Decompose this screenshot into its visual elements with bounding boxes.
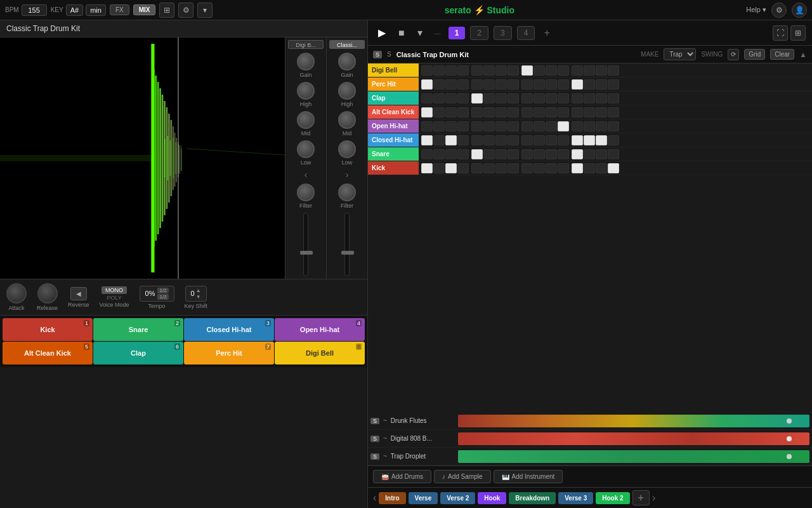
step-13[interactable] xyxy=(584,93,595,104)
step-7[interactable] xyxy=(508,93,519,104)
step-4[interactable] xyxy=(471,135,483,145)
step-3[interactable] xyxy=(457,163,469,173)
step-14[interactable] xyxy=(596,107,607,117)
step-4[interactable] xyxy=(471,65,483,76)
mix-tab-2[interactable]: Classi... xyxy=(329,40,365,49)
bpm-value[interactable]: 155 xyxy=(22,4,47,16)
arr-btn-hook2[interactable]: Hook 2 xyxy=(596,492,629,504)
voice-poly[interactable]: POLY xyxy=(107,295,121,301)
fader-track-1[interactable] xyxy=(303,213,308,276)
page-2-button[interactable]: 2 xyxy=(470,26,488,40)
fx-button[interactable]: FX xyxy=(110,4,129,15)
step-11[interactable] xyxy=(558,107,569,117)
step-3[interactable] xyxy=(457,79,469,90)
add-sample-button[interactable]: ♪ Add Sample xyxy=(434,470,490,483)
step-5[interactable] xyxy=(483,93,495,104)
filter-knob-2[interactable] xyxy=(338,184,356,201)
track-mute-s[interactable]: S xyxy=(370,418,379,424)
step-12[interactable] xyxy=(572,163,583,173)
step-10[interactable] xyxy=(546,163,557,173)
pad-kick[interactable]: Kick1 xyxy=(3,318,93,341)
step-4[interactable] xyxy=(471,107,483,117)
key-note[interactable]: A# xyxy=(66,4,83,16)
step-7[interactable] xyxy=(508,149,519,159)
step-7[interactable] xyxy=(508,135,519,145)
stop-button[interactable]: ■ xyxy=(395,26,409,40)
layout-button[interactable]: ⊞ xyxy=(790,25,806,41)
step-12[interactable] xyxy=(572,121,583,131)
step-5[interactable] xyxy=(483,163,495,173)
step-4[interactable] xyxy=(471,163,483,173)
step-4[interactable] xyxy=(471,121,483,131)
step-11[interactable] xyxy=(558,135,569,145)
step-9[interactable] xyxy=(534,93,545,104)
step-9[interactable] xyxy=(534,121,545,131)
page-1-button[interactable]: 1 xyxy=(449,27,466,39)
step-9[interactable] xyxy=(534,135,545,145)
icon-button-3[interactable]: ▾ xyxy=(197,3,213,18)
high-knob-1[interactable] xyxy=(297,82,315,100)
step-0[interactable] xyxy=(421,149,433,159)
mix-tab-1[interactable]: Digi B... xyxy=(288,40,324,49)
pad-open-hi-hat[interactable]: Open Hi-hat4 xyxy=(275,318,365,341)
genre-select[interactable]: Trap xyxy=(664,48,696,60)
step-7[interactable] xyxy=(508,107,519,117)
step-13[interactable] xyxy=(584,107,595,117)
step-13[interactable] xyxy=(584,121,595,131)
step-1[interactable] xyxy=(433,93,445,104)
more-button[interactable]: ▾ xyxy=(414,25,426,40)
step-12[interactable] xyxy=(572,107,583,117)
fader-thumb-2[interactable] xyxy=(341,251,354,255)
step-11[interactable] xyxy=(558,93,569,104)
step-1[interactable] xyxy=(433,65,445,76)
step-11[interactable] xyxy=(558,121,569,131)
fader-thumb-1[interactable] xyxy=(300,251,313,255)
step-5[interactable] xyxy=(483,149,495,159)
step-2[interactable] xyxy=(445,149,457,159)
icon-button-1[interactable]: ⊞ xyxy=(159,3,174,18)
step-14[interactable] xyxy=(596,65,607,76)
chevron-btn-1[interactable]: ‹ xyxy=(304,170,308,180)
icon-button-2[interactable]: ⚙ xyxy=(178,3,193,18)
arr-nav-right[interactable]: › xyxy=(652,492,655,504)
filter-knob-1[interactable] xyxy=(297,184,315,201)
step-9[interactable] xyxy=(534,79,545,90)
grid-button[interactable]: Grid xyxy=(744,49,765,60)
step-12[interactable] xyxy=(572,79,583,90)
step-9[interactable] xyxy=(534,107,545,117)
tempo-value-display[interactable]: 0% 1/2 1/2 xyxy=(140,286,174,302)
mid-knob-1[interactable] xyxy=(297,111,315,129)
low-knob-2[interactable] xyxy=(338,140,356,158)
help-button[interactable]: Help ▾ xyxy=(746,6,766,14)
step-3[interactable] xyxy=(457,93,469,104)
step-12[interactable] xyxy=(572,65,583,76)
step-2[interactable] xyxy=(445,121,457,131)
step-1[interactable] xyxy=(433,107,445,117)
step-5[interactable] xyxy=(483,65,495,76)
step-1[interactable] xyxy=(433,79,445,90)
step-4[interactable] xyxy=(471,93,483,104)
step-3[interactable] xyxy=(457,107,469,117)
step-8[interactable] xyxy=(521,65,533,76)
step-8[interactable] xyxy=(521,163,533,173)
step-5[interactable] xyxy=(483,135,495,145)
mix-button[interactable]: MIX xyxy=(133,4,156,15)
page-add-button[interactable]: + xyxy=(540,26,553,40)
step-9[interactable] xyxy=(534,163,545,173)
step-8[interactable] xyxy=(521,79,533,90)
gain-knob-2[interactable] xyxy=(338,53,356,70)
arr-btn-verse[interactable]: Verse xyxy=(409,492,438,504)
step-10[interactable] xyxy=(546,149,557,159)
expand-button[interactable]: ⛶ xyxy=(773,25,788,41)
step-1[interactable] xyxy=(433,149,445,159)
step-14[interactable] xyxy=(596,93,607,104)
step-14[interactable] xyxy=(596,149,607,159)
step-8[interactable] xyxy=(521,121,533,131)
step-15[interactable] xyxy=(608,121,619,131)
step-14[interactable] xyxy=(596,79,607,90)
step-4[interactable] xyxy=(471,149,483,159)
low-knob-1[interactable] xyxy=(297,140,315,158)
step-11[interactable] xyxy=(558,65,569,76)
step-11[interactable] xyxy=(558,79,569,90)
step-7[interactable] xyxy=(508,163,519,173)
